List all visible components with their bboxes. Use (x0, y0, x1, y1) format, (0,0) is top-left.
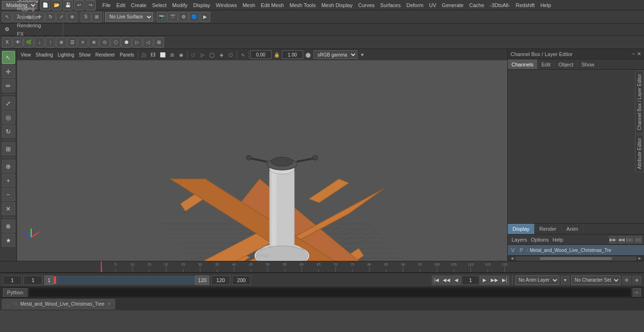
paint-btn[interactable]: ✏ (2, 79, 15, 92)
pb-prev-key-btn[interactable]: ◀◀ (442, 275, 451, 285)
disp-tab-display[interactable]: Display (508, 224, 535, 234)
anchor-btn[interactable]: ⊗ (2, 219, 15, 233)
python-send-btn[interactable]: ⇨ (633, 288, 641, 297)
disp-tab-anim[interactable]: Anim (561, 224, 583, 234)
win-restore-btn[interactable]: □ (13, 301, 18, 307)
current-frame-input2[interactable] (24, 275, 42, 285)
menu-item-select[interactable]: Select (149, 1, 170, 9)
menu-item-deform[interactable]: Deform (404, 1, 426, 9)
xgen-icon3[interactable]: 🌿 (24, 37, 34, 48)
isolate-icon[interactable]: ◯ (208, 50, 216, 59)
tab-sculpting[interactable]: Sculpting (12, 0, 63, 4)
edge-tab-attribute[interactable]: Attribute Editor (635, 135, 644, 172)
hud-icon[interactable]: ◉ (177, 50, 186, 59)
char-set-settings-btn[interactable]: ⚙ (622, 276, 631, 284)
layer-end-btn[interactable]: ▷| (635, 236, 642, 243)
menu-item-generate[interactable]: Generate (439, 1, 466, 9)
universal-tool-btn[interactable]: ⊕ (67, 12, 77, 22)
pb-current-frame[interactable] (462, 275, 479, 285)
snap-btn[interactable]: ⊞ (2, 142, 15, 155)
python-tab[interactable]: Python (3, 288, 27, 297)
gear-icon[interactable]: ⚙ (2, 24, 12, 35)
menu-item-redshift[interactable]: Redshift (513, 1, 537, 9)
grid-icon[interactable]: ⊞ (168, 50, 176, 59)
render-settings-btn[interactable]: ⚙ (178, 12, 189, 22)
sym-btn[interactable]: ⊞ (91, 12, 102, 22)
select-tool-btn[interactable]: ↖ (2, 12, 12, 22)
save-file-btn[interactable]: 💾 (63, 0, 73, 10)
h-thumb[interactable] (540, 257, 612, 260)
menu-item-edit-mesh[interactable]: Edit Mesh (258, 1, 287, 9)
layer-v[interactable]: V (510, 247, 516, 253)
xray-icon[interactable]: ◈ (217, 50, 226, 59)
cross-btn[interactable]: ✕ (2, 202, 15, 215)
xgen-icon10[interactable]: ⊙ (99, 37, 110, 48)
xgen-icon13[interactable]: ▷ (132, 37, 142, 48)
wireframe-icon[interactable]: ⬡ (227, 50, 235, 59)
colorspace-select[interactable]: sRGB gamma (314, 50, 357, 59)
xgen-icon5[interactable]: ↑ (45, 37, 56, 48)
smooth-icon[interactable]: ∿ (239, 50, 247, 59)
xgen-icon6[interactable]: ⊕ (56, 37, 66, 48)
menu-item-file[interactable]: File (99, 1, 114, 9)
ch-tab-show[interactable]: Show (578, 59, 599, 69)
pb-to-end-btn[interactable]: ▶| (500, 275, 509, 285)
xgen-left-btn[interactable]: ★ (2, 234, 15, 247)
win-close-btn[interactable]: ✕ (106, 301, 112, 307)
menu-item-display[interactable]: Display (190, 1, 213, 9)
menu-item-curves[interactable]: Curves (355, 1, 378, 9)
colorspace-arrow[interactable]: ▼ (358, 50, 367, 59)
camera-y-input[interactable] (282, 50, 303, 59)
win-minimize-btn[interactable]: _ (5, 301, 11, 307)
ipr-btn[interactable]: 🎬 (167, 12, 178, 22)
pb-next-frame-btn[interactable]: ▶ (480, 275, 489, 285)
layers-tab-help[interactable]: Help (551, 236, 565, 243)
layers-tab-options[interactable]: Options (529, 236, 551, 243)
menu-item-help[interactable]: Help (537, 1, 554, 9)
menu-item-mesh-tools[interactable]: Mesh Tools (287, 1, 318, 9)
soft-sel-btn[interactable]: S (81, 12, 91, 22)
move-mode-btn[interactable]: ✛ (2, 65, 15, 78)
edge-tab-channel[interactable]: Channel Box / Layer Editor (635, 71, 644, 134)
ch-tab-object[interactable]: Object (554, 59, 578, 69)
render-btn[interactable]: 📷 (157, 12, 167, 22)
lock-icon[interactable]: 🔒 (272, 50, 281, 59)
menu-item--3dtoall-[interactable]: -3DtoAll- (487, 1, 513, 9)
xgen-icon14[interactable]: ◁ (143, 37, 153, 48)
rotate-mode-btn[interactable]: ↻ (2, 125, 15, 138)
render-icon[interactable]: ▷ (198, 50, 207, 59)
tab-rigging[interactable]: Rigging (12, 4, 63, 13)
xgen-icon8[interactable]: ≡ (78, 37, 88, 48)
layer-name[interactable]: Metal_and_Wood_Live_Christmas_Tre (530, 248, 642, 253)
anim-layer-settings-btn[interactable]: ▼ (561, 276, 570, 284)
pb-next-key-btn[interactable]: ▶▶ (490, 275, 499, 285)
layer-back-btn[interactable]: ◀◀ (618, 236, 625, 243)
menu-item-modify[interactable]: Modify (169, 1, 190, 9)
plus-btn[interactable]: + (2, 174, 15, 187)
no-live-surface-dropdown[interactable]: No Live Surface (105, 12, 153, 22)
window-item[interactable]: _ □ Metal_and_Wood_Live_Christmas_Tree ✕ (2, 299, 115, 309)
panel-minimize-btn[interactable]: − (632, 51, 635, 57)
camera-x-input[interactable] (250, 50, 272, 59)
menu-item-cache[interactable]: Cache (466, 1, 487, 9)
transform-btn[interactable]: ⤢ (2, 97, 15, 110)
range-start-input[interactable] (44, 275, 54, 285)
xgen-icon4[interactable]: ↓ (34, 37, 45, 48)
pb-prev-frame-btn[interactable]: ◀ (452, 275, 461, 285)
vp-shading-menu[interactable]: Shading (34, 52, 55, 58)
resolution-icon[interactable]: ⬜ (158, 50, 167, 59)
tab-fx[interactable]: FX (12, 30, 63, 38)
layer-add-btn[interactable]: ▶▶ (609, 236, 617, 243)
h-scrollbar[interactable] (515, 257, 636, 260)
viewport-render-btn[interactable]: 🔵 (189, 12, 199, 22)
timeline-slider[interactable] (54, 276, 195, 284)
xgen-icon2[interactable]: 👁 (13, 37, 23, 48)
char-set-extra-btn[interactable]: ⊕ (633, 276, 641, 284)
range-end3[interactable] (232, 275, 251, 285)
menu-item-uv[interactable]: UV (426, 1, 439, 9)
disp-tab-render[interactable]: Render (535, 224, 561, 234)
menu-item-mesh-display[interactable]: Mesh Display (319, 1, 355, 9)
panel-close-btn[interactable]: ✕ (637, 51, 641, 57)
tools-btn[interactable]: ⊕ (2, 160, 15, 173)
menu-item-create[interactable]: Create (128, 1, 149, 9)
